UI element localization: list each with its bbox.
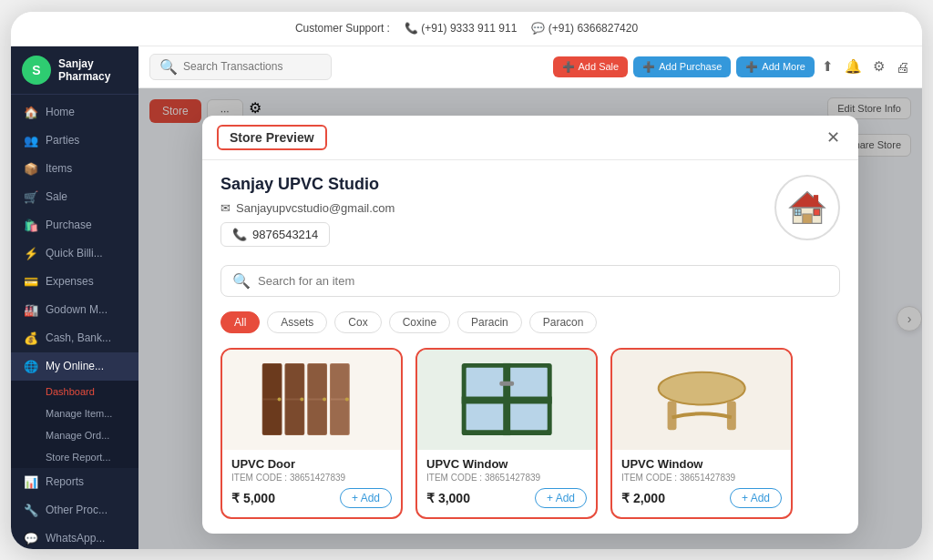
sidebar-label-parties: Parties [46,134,79,147]
product-footer-window: ₹ 3,000 + Add [426,488,587,508]
add-purchase-button[interactable]: ➕ Add Purchase [633,56,731,77]
phone-store-icon: 📞 [232,228,247,241]
pill-paracon[interactable]: Paracon [529,311,598,333]
modal-title: Store Preview [217,125,327,150]
svg-rect-3 [814,195,818,203]
modal-close-button[interactable]: ✕ [823,127,844,148]
modal-body: Sanjay UPVC Studio ✉ Sanjayupvcstudio@gm… [202,160,858,534]
items-icon: 📦 [24,162,38,176]
parties-icon: 👥 [24,134,38,148]
sidebar-item-whatsapp[interactable]: 💬 WhatsApp... [11,524,138,549]
sidebar-sub-menu: Dashboard Manage Item... Manage Ord... S… [11,381,138,468]
sidebar-item-quickbill[interactable]: ⚡ Quick Billi... [11,239,138,268]
product-grid: UPVC Door ITEM CODE : 38651427839 ₹ 5,00… [220,348,840,519]
store-name: Sanjay UPVC Studio [220,175,756,194]
add-more-button[interactable]: ➕ Add More [736,56,815,77]
pill-assets[interactable]: Assets [267,311,327,333]
sidebar-item-items[interactable]: 📦 Items [11,155,138,183]
store-email: ✉ Sanjayupvcstudio@gmail.com [220,201,756,215]
svg-rect-10 [263,400,282,434]
print-icon[interactable]: 🖨 [894,57,911,76]
phone1: 📞 (+91) 9333 911 911 [405,22,517,35]
product-code-door: ITEM CODE : 38651427839 [231,473,392,483]
gear-icon[interactable]: ⚙ [871,56,887,76]
product-card-table: UPVC Window ITEM CODE : 38651427839 ₹ 2,… [610,348,793,519]
store-profile-info: Sanjay UPVC Studio ✉ Sanjayupvcstudio@gm… [220,175,756,247]
product-image-door [222,350,401,450]
sidebar-sub-manageorders[interactable]: Manage Ord... [11,424,138,446]
add-sale-button[interactable]: ➕ Add Sale [553,56,629,77]
phone2: 💬 (+91) 6366827420 [531,22,638,35]
svg-rect-31 [499,382,514,386]
svg-point-19 [323,398,326,402]
sidebar-label-otherproc: Other Proc... [46,504,108,516]
content-area: 🔍 ➕ Add Sale ➕ Add Purchase ➕ Add More [138,46,922,549]
product-card-door: UPVC Door ITEM CODE : 38651427839 ₹ 5,00… [220,348,403,519]
pill-coxine[interactable]: Coxine [389,311,450,333]
sidebar-label-whatsapp: WhatsApp... [46,532,105,545]
product-image-window [417,350,596,450]
store-logo [774,175,840,240]
page-content: Store ··· ⚙ Edit Store Info ↗ Share Stor… [138,88,922,549]
svg-rect-27 [466,402,505,430]
sidebar-item-purchase[interactable]: 🛍️ Purchase [11,211,138,239]
otherproc-icon: 🔧 [24,504,38,517]
svg-rect-7 [814,209,820,215]
phone-icon: 📞 [405,22,418,35]
store-profile: Sanjay UPVC Studio ✉ Sanjayupvcstudio@gm… [220,175,840,247]
product-info-window: UPVC Window ITEM CODE : 38651427839 ₹ 3,… [417,450,596,517]
support-text: Customer Support : 📞 (+91) 9333 911 911 … [295,22,638,35]
sidebar-item-reports[interactable]: 📊 Reports [11,468,138,496]
export-icon[interactable]: ⬆ [820,56,836,76]
sidebar-item-home[interactable]: 🏠 Home [11,98,138,127]
sidebar-item-parties[interactable]: 👥 Parties [11,127,138,155]
sidebar-label-purchase: Purchase [46,219,92,231]
product-code-window: ITEM CODE : 38651427839 [426,473,587,483]
home-icon: 🏠 [24,106,38,119]
sidebar-item-godown[interactable]: 🏭 Godown M... [11,296,138,324]
sidebar-label-myonline: My Online... [46,360,104,372]
top-bar: Customer Support : 📞 (+91) 9333 911 911 … [11,12,922,46]
svg-rect-9 [263,364,282,399]
search-box[interactable]: 🔍 [149,54,332,80]
svg-rect-17 [308,364,326,399]
whatsapp-icon: 💬 [531,22,545,35]
search-input[interactable] [183,60,322,73]
svg-rect-22 [331,400,349,434]
modal-header: Store Preview ✕ [202,116,858,160]
bell-icon[interactable]: 🔔 [843,56,864,76]
svg-rect-28 [508,402,548,430]
sidebar-item-cashbank[interactable]: 💰 Cash, Bank... [11,324,138,352]
sidebar-label-reports: Reports [46,475,84,488]
store-search[interactable]: 🔍 [220,265,840,297]
pill-all[interactable]: All [220,311,260,333]
svg-rect-26 [508,368,548,400]
item-search-input[interactable] [258,274,828,288]
pill-paracin[interactable]: Paracin [457,311,522,333]
add-window-button[interactable]: + Add [535,488,587,508]
svg-rect-14 [285,400,303,434]
add-table-button[interactable]: + Add [730,488,782,508]
sidebar-item-myonline[interactable]: 🌐 My Online... [11,352,138,381]
sidebar-item-otherproc[interactable]: 🔧 Other Proc... [11,496,138,524]
svg-point-15 [300,398,303,402]
add-purchase-icon: ➕ [642,61,655,73]
myonline-icon: 🌐 [24,360,38,373]
quickbill-icon: ⚡ [24,247,38,260]
product-price-door: ₹ 5,000 [231,491,275,505]
product-code-table: ITEM CODE : 38651427839 [621,473,782,483]
purchase-icon: 🛍️ [24,219,38,232]
product-price-window: ₹ 3,000 [426,491,470,505]
whatsapp-menu-icon: 💬 [24,532,38,545]
sidebar-label-cashbank: Cash, Bank... [46,331,111,344]
sidebar-sub-dashboard[interactable]: Dashboard [11,381,138,402]
add-door-button[interactable]: + Add [340,488,392,508]
pill-cox[interactable]: Cox [334,311,381,333]
sidebar-sub-manageitems[interactable]: Manage Item... [11,402,138,424]
product-info-table: UPVC Window ITEM CODE : 38651427839 ₹ 2,… [612,450,791,517]
sidebar-item-sale[interactable]: 🛒 Sale [11,183,138,211]
sidebar-item-expenses[interactable]: 💳 Expenses [11,268,138,296]
tablet-frame: Customer Support : 📞 (+91) 9333 911 911 … [11,12,922,549]
expenses-icon: 💳 [24,275,38,289]
sidebar-sub-storereports[interactable]: Store Report... [11,446,138,468]
